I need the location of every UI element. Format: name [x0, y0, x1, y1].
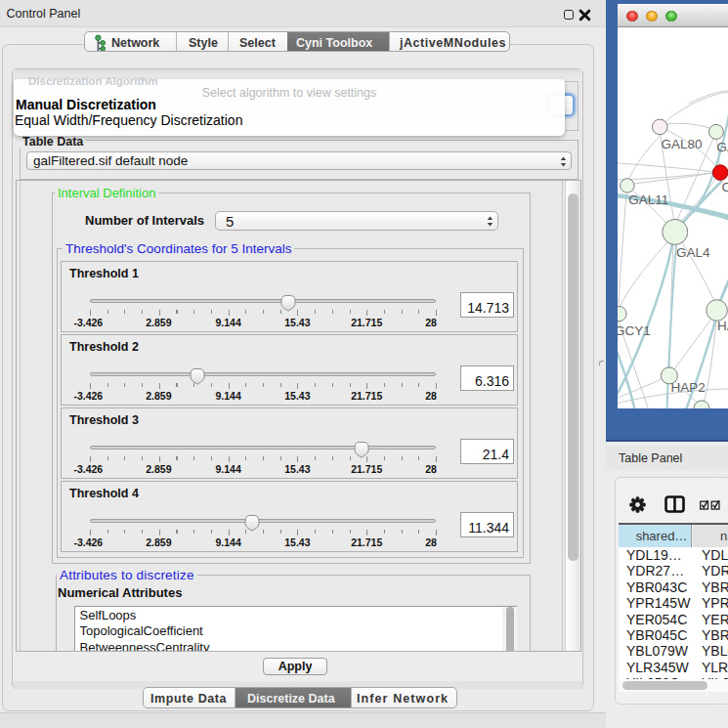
svg-text:GAL11: GAL11: [628, 193, 668, 207]
svg-text:GA: GA: [717, 140, 728, 154]
svg-text:GAL4: GAL4: [676, 245, 710, 260]
svg-text:GAL80: GAL80: [662, 137, 703, 151]
svg-text:C: C: [722, 180, 728, 194]
svg-text:GCY1: GCY1: [618, 323, 651, 338]
svg-text:HAP2: HAP2: [670, 380, 705, 395]
svg-text:HA: HA: [717, 319, 728, 333]
